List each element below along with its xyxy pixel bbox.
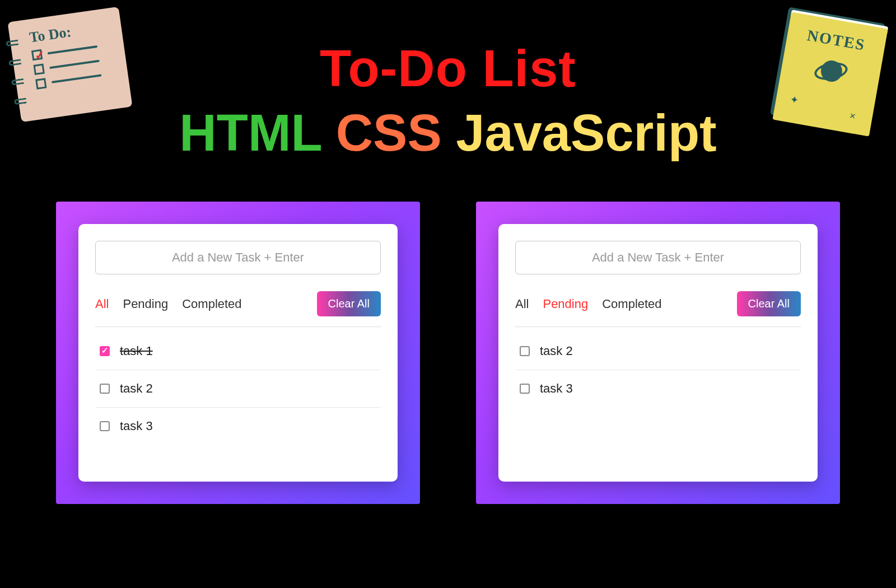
task-checkbox[interactable] (100, 346, 110, 356)
task-item: task 1 (95, 333, 381, 370)
task-label: task 3 (540, 381, 573, 396)
subtitle-css: CSS (336, 104, 442, 161)
subtitle-html: HTML (179, 104, 321, 161)
filter-tab-all[interactable]: All (515, 297, 529, 311)
panel-right: AllPendingCompletedClear Alltask 2task 3 (476, 202, 840, 504)
filter-tab-pending[interactable]: Pending (543, 297, 588, 311)
panel-left: AllPendingCompletedClear Alltask 1task 2… (56, 202, 420, 504)
page-subtitle: HTML CSS JavaScript (0, 104, 896, 162)
subtitle-js: JavaScript (456, 104, 716, 161)
new-task-input[interactable] (95, 241, 381, 274)
filter-tab-completed[interactable]: Completed (602, 297, 661, 311)
notes-book-label: NOTES (806, 26, 867, 54)
clear-all-button[interactable]: Clear All (737, 291, 801, 316)
todo-note-icon: To Do: ✓ (7, 7, 132, 122)
task-label: task 2 (540, 344, 573, 358)
filter-tab-completed[interactable]: Completed (182, 297, 241, 311)
task-checkbox[interactable] (100, 421, 110, 431)
task-label: task 3 (120, 419, 153, 433)
task-item: task 2 (95, 370, 381, 408)
task-label: task 2 (120, 381, 153, 396)
clear-all-button[interactable]: Clear All (317, 291, 381, 316)
task-checkbox[interactable] (520, 346, 530, 356)
task-label: task 1 (120, 344, 153, 358)
task-item: task 3 (515, 370, 801, 407)
page-title: To-Do List (0, 39, 896, 98)
task-item: task 3 (95, 408, 381, 445)
filter-tab-pending[interactable]: Pending (123, 297, 168, 311)
task-checkbox[interactable] (100, 384, 110, 394)
task-checkbox[interactable] (520, 384, 530, 394)
filter-tab-all[interactable]: All (95, 297, 109, 311)
new-task-input[interactable] (515, 241, 801, 274)
task-item: task 2 (515, 333, 801, 370)
notes-book-icon: NOTES ✦ × (772, 12, 888, 136)
